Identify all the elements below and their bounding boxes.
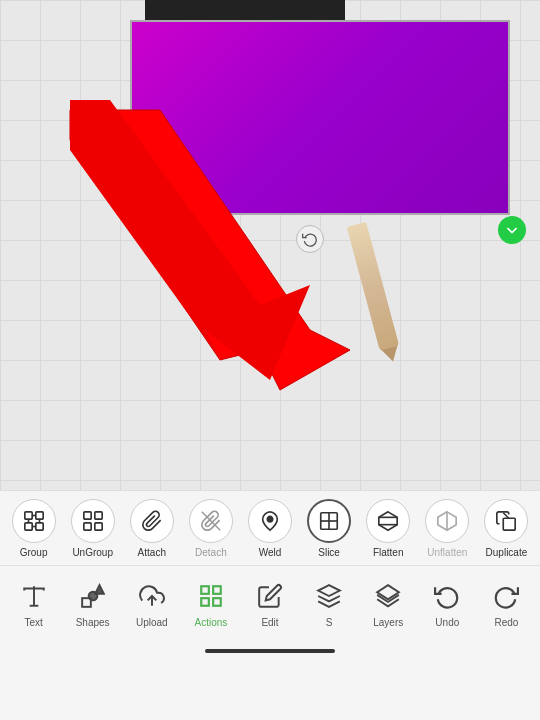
svg-rect-3 [24,511,31,518]
shapes-nav-label: Shapes [76,617,110,628]
actions-nav-button[interactable]: Actions [181,569,240,639]
svg-rect-13 [83,522,90,529]
svg-line-15 [202,511,220,529]
undo-nav-label: Undo [435,617,459,628]
group-button[interactable]: Group [4,493,63,563]
ungroup-label: UnGroup [72,547,113,558]
svg-rect-34 [213,598,221,606]
duplicate-label: Duplicate [486,547,528,558]
home-indicator [205,649,335,653]
layers-nav-button[interactable]: Layers [359,569,418,639]
flatten-label: Flatten [373,547,404,558]
svg-rect-11 [83,511,90,518]
group-label: Group [20,547,48,558]
toolbar-container: Group UnGroup Attach [0,490,540,720]
edit-nav-label: Edit [261,617,278,628]
toolbar-nav-row: Text Shapes Upload [0,566,540,641]
layers-nav-label: Layers [373,617,403,628]
bottom-bar [0,641,540,661]
text-nav-button[interactable]: Text [4,569,63,639]
redo-nav-label: Redo [494,617,518,628]
slice-button[interactable]: Slice [300,493,359,563]
duplicate-button[interactable]: Duplicate [477,493,536,563]
svg-rect-32 [201,586,209,594]
s-nav-label: S [326,617,333,628]
attach-label: Attach [138,547,166,558]
toolbar-actions-row: Group UnGroup Attach [0,491,540,566]
red-arrow-annotation [20,100,360,410]
shapes-nav-button[interactable]: Shapes [63,569,122,639]
ungroup-button[interactable]: UnGroup [63,493,122,563]
canvas-area [0,0,540,490]
detach-label: Detach [195,547,227,558]
svg-rect-6 [35,522,42,529]
svg-point-16 [267,516,273,522]
black-strip-element [145,0,345,22]
slice-label: Slice [318,547,340,558]
undo-nav-button[interactable]: Undo [418,569,477,639]
svg-rect-33 [213,586,221,594]
edit-nav-button[interactable]: Edit [240,569,299,639]
scale-handle[interactable] [498,216,526,244]
svg-rect-4 [35,511,42,518]
svg-marker-20 [379,511,397,529]
svg-rect-25 [504,518,516,530]
detach-button[interactable]: Detach [181,493,240,563]
attach-button[interactable]: Attach [122,493,181,563]
svg-rect-5 [24,522,31,529]
text-nav-label: Text [24,617,42,628]
svg-rect-35 [201,598,209,606]
unflatten-label: Unflatten [427,547,467,558]
actions-nav-label: Actions [194,617,227,628]
s-nav-button[interactable]: S [300,569,359,639]
svg-rect-12 [94,511,101,518]
svg-marker-30 [95,585,104,594]
redo-nav-button[interactable]: Redo [477,569,536,639]
weld-label: Weld [259,547,282,558]
upload-nav-button[interactable]: Upload [122,569,181,639]
unflatten-button[interactable]: Unflatten [418,493,477,563]
upload-nav-label: Upload [136,617,168,628]
svg-rect-14 [94,522,101,529]
weld-button[interactable]: Weld [240,493,299,563]
flatten-button[interactable]: Flatten [359,493,418,563]
